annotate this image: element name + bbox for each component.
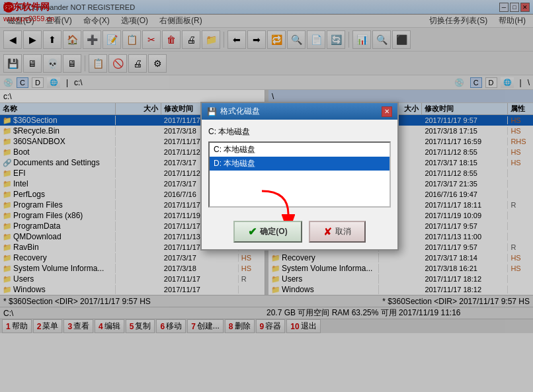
modal-body: C: 本地磁盘 C: 本地磁盘D: 本地磁盘 (202, 120, 397, 214)
modal-overlay: 💾 格式化磁盘 ✕ C: 本地磁盘 C: 本地磁盘D: 本地磁盘 (0, 0, 533, 392)
ok-label: 确定(O) (260, 226, 287, 237)
ok-check-icon: ✔ (248, 225, 257, 238)
modal-cancel-button[interactable]: ✘ 取消 (309, 221, 366, 243)
cancel-x-icon: ✘ (323, 225, 332, 238)
modal-title-icon: 💾 (207, 107, 217, 116)
modal-buttons: ✔ 确定(O) ✘ 取消 (202, 214, 397, 249)
modal-label-text: C: 本地磁盘 (208, 127, 250, 136)
cancel-label: 取消 (335, 226, 351, 237)
modal-title-bar: 💾 格式化磁盘 ✕ (202, 103, 397, 120)
modal-close-button[interactable]: ✕ (382, 106, 392, 117)
modal-disk-label: C: 本地磁盘 (208, 126, 391, 137)
format-dialog: 💾 格式化磁盘 ✕ C: 本地磁盘 C: 本地磁盘D: 本地磁盘 (200, 102, 399, 251)
modal-disk-item[interactable]: C: 本地磁盘 (210, 143, 390, 157)
modal-disk-item[interactable]: D: 本地磁盘 (210, 157, 390, 171)
modal-disk-listbox[interactable]: C: 本地磁盘D: 本地磁盘 (208, 141, 391, 208)
modal-ok-button[interactable]: ✔ 确定(O) (233, 221, 302, 243)
modal-title-text: 格式化磁盘 (220, 106, 382, 117)
